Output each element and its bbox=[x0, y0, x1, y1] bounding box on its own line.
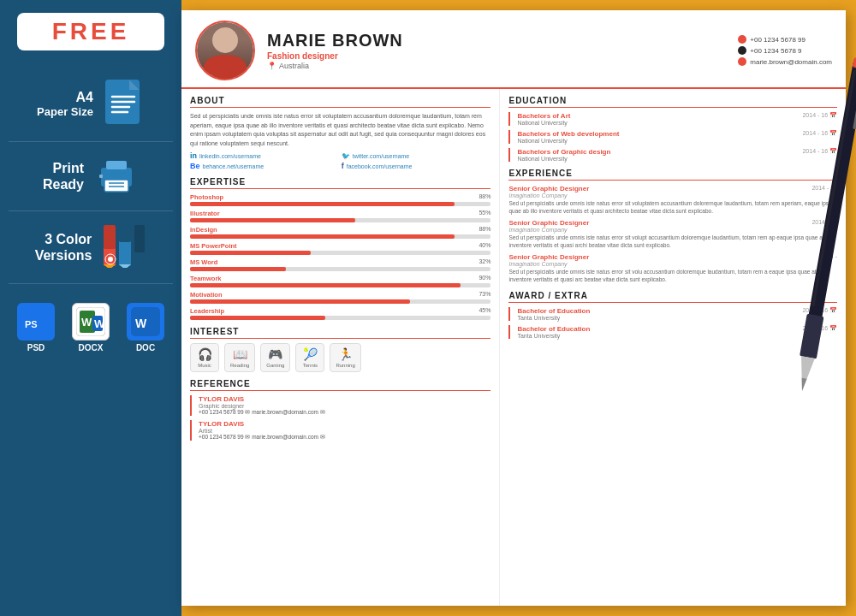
phone1: +00 1234 5678 99 bbox=[750, 36, 805, 44]
skill-mspowerpoint: MS PowerPoint 40% bbox=[190, 242, 490, 255]
expertise-title: EXPERTISE bbox=[190, 177, 490, 189]
svg-rect-14 bbox=[104, 225, 116, 249]
about-section: ABOUT Sed ut perspiciatis unde omnis ist… bbox=[190, 96, 490, 170]
print-label-line1: Print bbox=[43, 160, 84, 176]
docx-icon: W W bbox=[72, 303, 110, 341]
svg-marker-34 bbox=[795, 356, 815, 392]
document-icon bbox=[104, 78, 145, 129]
a4-label-line1: A4 bbox=[37, 89, 93, 105]
about-title: ABOUT bbox=[190, 96, 490, 108]
candidate-name: MARIE BROWN bbox=[267, 31, 726, 50]
experience-section: EXPERIENCE Senior Graphic Designer 2014 … bbox=[508, 169, 837, 284]
resume-header: MARIE BROWN Fashion designer 📍 Australia… bbox=[181, 10, 846, 89]
skill-photoshop: Photoshop 88% bbox=[190, 193, 490, 206]
svg-rect-33 bbox=[800, 314, 823, 359]
resume-area: MARIE BROWN Fashion designer 📍 Australia… bbox=[181, 0, 856, 616]
behance-text: behance.net/username bbox=[203, 163, 265, 169]
svg-point-22 bbox=[108, 257, 113, 262]
resume-paper: MARIE BROWN Fashion designer 📍 Australia… bbox=[181, 10, 846, 606]
interest-tennis: 🎾 Tennis bbox=[295, 343, 324, 372]
email-item: marie.brown@domain.com bbox=[738, 57, 832, 66]
candidate-location: 📍 Australia bbox=[267, 62, 726, 70]
exp-3: Senior Graphic Designer 2014 - Imaginati… bbox=[508, 253, 837, 283]
candidate-title: Fashion designer bbox=[267, 51, 726, 61]
email: marie.brown@domain.com bbox=[750, 58, 832, 66]
skill-motivation: Motivation 73% bbox=[190, 291, 490, 304]
contact-info: +00 1234 5678 99 +00 1234 5678 9 marie.b… bbox=[738, 35, 832, 66]
experience-title: EXPERIENCE bbox=[508, 169, 837, 181]
svg-text:W: W bbox=[135, 317, 147, 330]
docx-label: DOCX bbox=[79, 343, 104, 352]
color-label-line1: 3 Color bbox=[35, 231, 92, 247]
a4-feature: A4 Paper Size bbox=[9, 66, 173, 142]
reference-2: TYLOR DAVIS Artist +00 1234 5678 99 ✉ ma… bbox=[190, 420, 490, 441]
free-label: FREE bbox=[52, 18, 130, 44]
svg-rect-16 bbox=[119, 240, 131, 266]
social-links: in linkedin.com/username 🐦 twitter.com/u… bbox=[190, 151, 490, 170]
svg-rect-19 bbox=[134, 251, 145, 266]
reference-title: REFERENCE bbox=[190, 379, 490, 391]
svg-marker-35 bbox=[800, 378, 807, 392]
name-block: MARIE BROWN Fashion designer 📍 Australia bbox=[267, 31, 726, 70]
phone1-item: +00 1234 5678 99 bbox=[738, 35, 832, 44]
svg-text:PS: PS bbox=[25, 319, 38, 329]
expertise-section: EXPERTISE Photoshop 88% Illustrator 55% bbox=[190, 177, 490, 320]
doc-label: DOC bbox=[136, 343, 155, 352]
reference-section: REFERENCE TYLOR DAVIS Graphic designer +… bbox=[190, 379, 490, 441]
facebook-text: facebook.com/username bbox=[347, 163, 413, 169]
edu-2: Bachelors of Web development National Un… bbox=[508, 130, 837, 144]
doc-format: W DOC bbox=[127, 303, 164, 352]
svg-rect-20 bbox=[134, 225, 145, 252]
docx-format: W W DOCX bbox=[72, 303, 110, 352]
printer-icon bbox=[94, 154, 139, 198]
education-title: EDUCATION bbox=[508, 96, 837, 108]
edu-1: Bachelors of Art National University 201… bbox=[508, 112, 837, 126]
svg-rect-8 bbox=[106, 161, 127, 169]
psd-label: PSD bbox=[27, 343, 45, 352]
linkedin-link: in linkedin.com/username bbox=[190, 151, 340, 160]
skill-teamwork: Teamwork 90% bbox=[190, 275, 490, 287]
interest-icons: 🎧 Music 📖 Reading 🎮 Gaming 🎾 bbox=[190, 343, 490, 372]
doc-icon: W bbox=[127, 303, 164, 341]
about-text: Sed ut perspiciatis unde omnis iste natu… bbox=[190, 112, 490, 148]
interest-gaming: 🎮 Gaming bbox=[260, 343, 290, 372]
award-title: AWARD / EXTRA bbox=[508, 291, 837, 303]
svg-text:W: W bbox=[94, 317, 105, 330]
skill-msword: MS Word 32% bbox=[190, 258, 490, 271]
interest-section: INTEREST 🎧 Music 📖 Reading 🎮 Gaming bbox=[190, 327, 490, 372]
print-label-line2: Ready bbox=[43, 176, 84, 192]
skill-indesign: InDesign 88% bbox=[190, 226, 490, 239]
linkedin-text: linkedin.com/username bbox=[199, 153, 261, 159]
phone2-item: +00 1234 5678 9 bbox=[738, 46, 832, 55]
svg-rect-10 bbox=[99, 175, 103, 178]
behance-link: Be behance.net/username bbox=[190, 162, 340, 170]
resume-left-column: ABOUT Sed ut perspiciatis unde omnis ist… bbox=[181, 89, 500, 606]
exp-1: Senior Graphic Designer 2014 - 16 Imagin… bbox=[508, 185, 837, 215]
color-versions-icon bbox=[102, 223, 146, 271]
color-versions-feature: 3 Color Versions bbox=[9, 211, 173, 284]
psd-format: PS PSD bbox=[17, 303, 55, 352]
sidebar: FREE A4 Paper Size Print Ready bbox=[0, 0, 181, 616]
profile-photo bbox=[195, 21, 255, 80]
reference-1: TYLOR DAVIS Graphic designer +00 1234 56… bbox=[190, 395, 490, 416]
phone2: +00 1234 5678 9 bbox=[750, 47, 801, 55]
free-badge: FREE bbox=[17, 13, 165, 50]
resume-body: ABOUT Sed ut perspiciatis unde omnis ist… bbox=[181, 89, 846, 606]
print-feature: Print Ready bbox=[9, 142, 173, 211]
skill-leadership: Leadership 45% bbox=[190, 307, 490, 320]
interest-reading: 📖 Reading bbox=[224, 343, 255, 372]
facebook-link: f facebook.com/username bbox=[342, 162, 491, 170]
format-icons: PS PSD W W DOCX W bbox=[9, 296, 173, 352]
psd-icon: PS bbox=[17, 303, 55, 341]
interest-music: 🎧 Music bbox=[190, 343, 219, 372]
svg-rect-9 bbox=[104, 180, 128, 192]
edu-3: Bachelors of Graphic design National Uni… bbox=[508, 148, 837, 162]
interest-title: INTEREST bbox=[190, 327, 490, 339]
skill-illustrator: Illustrator 55% bbox=[190, 210, 490, 222]
color-label-line2: Versions bbox=[35, 247, 92, 264]
education-section: EDUCATION Bachelors of Art National Univ… bbox=[508, 96, 837, 162]
twitter-link: 🐦 twitter.com/username bbox=[342, 151, 491, 160]
svg-rect-17 bbox=[119, 225, 131, 242]
a4-label-line2: Paper Size bbox=[37, 105, 93, 119]
exp-2: Senior Graphic Designer 2014 - 16 Imagin… bbox=[508, 219, 837, 249]
